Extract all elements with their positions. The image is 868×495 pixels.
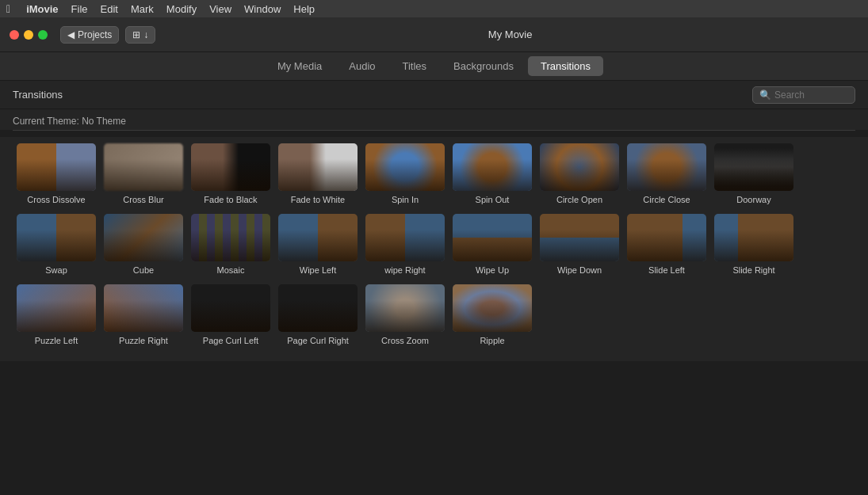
transition-label-wipe-up: Wipe Up [476, 265, 509, 275]
transition-thumb-wipe-down [540, 214, 619, 261]
transition-item-puzzle-left[interactable]: Puzzle Left [13, 284, 100, 345]
transition-item-slide-left[interactable]: Slide Left [623, 214, 710, 275]
theme-label: Current Theme: No Theme [0, 109, 868, 130]
transition-thumb-cross-dissolve [17, 143, 96, 191]
transition-item-mosaic[interactable]: Mosaic [187, 214, 274, 275]
transition-thumb-slide-right [714, 214, 793, 261]
close-button[interactable] [10, 30, 19, 40]
tab-audio[interactable]: Audio [336, 56, 388, 76]
minimize-button[interactable] [24, 30, 33, 40]
transition-thumb-spin-out [453, 143, 532, 191]
menu-mark[interactable]: Mark [131, 3, 154, 15]
menu-view[interactable]: View [209, 3, 231, 15]
transition-item-cross-zoom[interactable]: Cross Zoom [361, 284, 449, 345]
transition-item-circle-open[interactable]: Circle Open [536, 143, 623, 204]
transition-thumb-page-curl-left [191, 284, 270, 332]
transition-label-doorway: Doorway [736, 195, 770, 204]
traffic-lights [10, 30, 48, 40]
transition-thumb-puzzle-right [104, 284, 183, 332]
view-toggle-button[interactable]: ⊞ ↓ [125, 26, 155, 44]
transition-item-puzzle-right[interactable]: Puzzle Right [100, 284, 187, 345]
transition-thumb-puzzle-left [17, 284, 96, 332]
transition-label-puzzle-right: Puzzle Right [119, 336, 168, 345]
search-box[interactable]: 🔍 [752, 86, 855, 104]
tab-titles[interactable]: Titles [390, 56, 440, 76]
transition-label-spin-in: Spin In [392, 195, 419, 204]
search-input[interactable] [774, 89, 848, 101]
transition-thumb-wipe-left [278, 214, 358, 261]
transition-label-wipe-down: Wipe Down [557, 265, 602, 275]
transition-label-cross-dissolve: Cross Dissolve [27, 195, 85, 204]
transition-label-spin-out: Spin Out [476, 195, 510, 204]
transition-label-cross-zoom: Cross Zoom [381, 336, 429, 345]
window-title: My Movie [162, 29, 858, 40]
tab-transitions[interactable]: Transitions [528, 56, 603, 76]
transition-thumb-spin-in [365, 143, 445, 191]
fullscreen-button[interactable] [38, 30, 48, 40]
transition-item-fade-to-white[interactable]: Fade to White [274, 143, 361, 204]
transition-label-page-curl-right: Page Curl Right [287, 336, 349, 345]
projects-chevron: ◀ [67, 29, 75, 40]
transition-thumb-cross-zoom [365, 284, 445, 332]
transition-item-page-curl-left[interactable]: Page Curl Left [187, 284, 274, 345]
transition-thumb-slide-left [627, 214, 706, 261]
app-name[interactable]: iMovie [26, 3, 58, 15]
section-divider [13, 130, 855, 131]
projects-label: Projects [78, 29, 112, 40]
transition-item-fade-to-black[interactable]: Fade to Black [187, 143, 274, 204]
transition-item-ripple[interactable]: Ripple [449, 284, 536, 345]
transition-thumb-wipe-up [453, 214, 532, 261]
transition-label-page-curl-left: Page Curl Left [203, 336, 258, 345]
transition-label-slide-left: Slide Left [648, 265, 685, 275]
tab-my-media[interactable]: My Media [265, 56, 335, 76]
projects-button[interactable]: ◀ Projects [60, 26, 119, 44]
transition-item-swap[interactable]: Swap [13, 214, 100, 275]
transition-label-circle-open: Circle Open [556, 195, 602, 204]
transition-thumb-circle-open [540, 143, 619, 191]
transition-item-page-curl-right[interactable]: Page Curl Right [274, 284, 361, 345]
transition-item-spin-out[interactable]: Spin Out [449, 143, 536, 204]
title-bar: ◀ Projects ⊞ ↓ My Movie [0, 17, 868, 52]
menu-bar:  iMovie File Edit Mark Modify View Wind… [0, 0, 868, 17]
transition-thumb-wipe-right [365, 214, 445, 261]
transition-label-wipe-left: Wipe Left [300, 265, 336, 275]
menu-file[interactable]: File [71, 3, 88, 15]
search-icon: 🔍 [759, 89, 771, 101]
transition-thumb-cube [104, 214, 183, 261]
transition-label-puzzle-left: Puzzle Left [35, 336, 78, 345]
transition-item-cube[interactable]: Cube [100, 214, 187, 275]
transition-thumb-fade-to-black [191, 143, 270, 191]
menu-modify[interactable]: Modify [166, 3, 197, 15]
transition-thumb-ripple [453, 284, 532, 332]
transition-item-wipe-left[interactable]: Wipe Left [274, 214, 361, 275]
transition-item-wipe-right[interactable]: wipe Right [361, 214, 449, 275]
transition-item-wipe-down[interactable]: Wipe Down [536, 214, 623, 275]
transition-item-doorway[interactable]: Doorway [710, 143, 797, 204]
transition-item-cross-dissolve[interactable]: Cross Dissolve [13, 143, 100, 204]
transition-item-slide-right[interactable]: Slide Right [710, 214, 797, 275]
transition-item-circle-close[interactable]: Circle Close [623, 143, 710, 204]
transition-label-fade-to-black: Fade to Black [204, 195, 257, 204]
menu-help[interactable]: Help [293, 3, 315, 15]
transition-thumb-cross-blur [104, 143, 183, 191]
transitions-grid: Cross DissolveCross BlurFade to BlackFad… [0, 137, 868, 361]
transition-item-spin-in[interactable]: Spin In [361, 143, 449, 204]
transition-label-wipe-right: wipe Right [384, 265, 425, 275]
view-toggle-icon: ⊞ [132, 29, 140, 40]
transition-thumb-fade-to-white [278, 143, 358, 191]
menu-window[interactable]: Window [244, 3, 281, 15]
transition-label-circle-close: Circle Close [643, 195, 690, 204]
content-header: Transitions 🔍 [0, 81, 868, 109]
transition-item-wipe-up[interactable]: Wipe Up [449, 214, 536, 275]
transition-label-cross-blur: Cross Blur [123, 195, 163, 204]
transition-thumb-circle-close [627, 143, 706, 191]
tab-backgrounds[interactable]: Backgrounds [441, 56, 526, 76]
transition-label-swap: Swap [45, 265, 67, 275]
transition-item-cross-blur[interactable]: Cross Blur [100, 143, 187, 204]
menu-edit[interactable]: Edit [101, 3, 118, 15]
transition-label-mosaic: Mosaic [217, 265, 245, 275]
apple-menu[interactable]:  [6, 2, 10, 15]
transition-label-cube: Cube [133, 265, 154, 275]
transition-thumb-doorway [714, 143, 793, 191]
transition-thumb-swap [17, 214, 96, 261]
